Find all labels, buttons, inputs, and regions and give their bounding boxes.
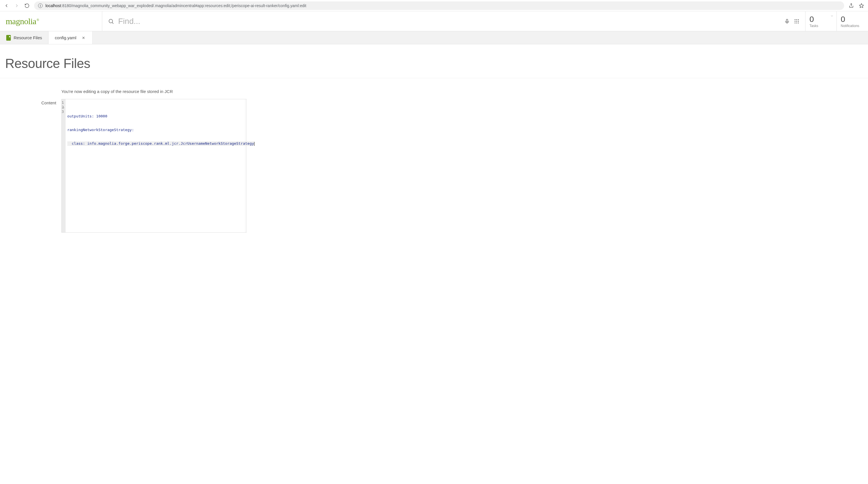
svg-point-6 — [795, 19, 796, 20]
code-line: class: info.magnolia.forge.periscope.ran… — [67, 141, 254, 146]
code-line: outputUnits: 10000 — [67, 114, 254, 119]
share-button[interactable] — [848, 3, 855, 9]
reload-button[interactable] — [24, 3, 30, 9]
back-button[interactable] — [3, 3, 10, 9]
page-title: Resource Files — [0, 45, 868, 78]
file-icon — [6, 35, 11, 41]
svg-point-2 — [109, 19, 113, 23]
svg-marker-1 — [860, 3, 864, 7]
svg-point-12 — [795, 23, 796, 23]
editor-hint: You're now editing a copy of the resourc… — [61, 89, 868, 94]
svg-point-14 — [798, 23, 799, 23]
browser-toolbar: i localhost:8180/magnolia_community_weba… — [0, 0, 868, 11]
code-line: rankingNetworkStorageStrategy: — [67, 128, 254, 132]
search-icon — [108, 18, 114, 25]
content-label: Content — [0, 89, 61, 105]
tab-label: Resource Files — [13, 35, 42, 40]
microphone-icon[interactable] — [784, 19, 790, 24]
svg-point-11 — [798, 21, 799, 22]
gutter-line: 1 — [62, 101, 64, 105]
address-bar[interactable]: i localhost:8180/magnolia_community_weba… — [34, 1, 844, 10]
notifications-count: 0 — [841, 16, 864, 23]
gutter-line: 2▾ — [62, 105, 64, 110]
app-header: magnolia® 0 Tasks 0 Notifications — [0, 11, 868, 31]
tab-resource-files[interactable]: Resource Files — [0, 31, 49, 44]
find-bar — [102, 11, 806, 31]
text-cursor — [254, 142, 254, 146]
find-input[interactable] — [118, 17, 780, 26]
svg-rect-4 — [786, 19, 788, 22]
edit-area: Content You're now editing a copy of the… — [0, 78, 868, 233]
editor-content[interactable]: outputUnits: 10000 rankingNetworkStorage… — [66, 99, 256, 232]
svg-point-13 — [796, 23, 797, 23]
site-info-icon[interactable]: i — [38, 3, 42, 8]
forward-button[interactable] — [13, 3, 20, 9]
svg-point-10 — [796, 21, 797, 22]
notifications-counter[interactable]: 0 Notifications — [837, 11, 868, 31]
tasks-counter[interactable]: 0 Tasks — [806, 11, 837, 31]
apps-grid-icon[interactable] — [794, 19, 800, 24]
tasks-label: Tasks — [809, 24, 833, 28]
tab-label: config.yaml — [55, 35, 76, 40]
close-tab-button[interactable] — [81, 35, 86, 40]
url-text: localhost:8180/magnolia_community_webapp… — [45, 3, 306, 8]
logo[interactable]: magnolia® — [0, 11, 102, 31]
print-margin — [245, 99, 245, 232]
svg-point-9 — [795, 21, 796, 22]
notifications-label: Notifications — [841, 24, 864, 28]
tab-config-yaml[interactable]: config.yaml — [49, 31, 93, 44]
gutter-line: 3 — [62, 110, 64, 114]
chevron-down-icon — [830, 14, 834, 18]
editor-gutter: 1 2▾ 3 — [62, 99, 66, 232]
bookmark-button[interactable] — [858, 3, 865, 9]
svg-point-7 — [796, 19, 797, 20]
code-editor[interactable]: 1 2▾ 3 outputUnits: 10000 rankingNetwork… — [61, 99, 247, 233]
tasks-count: 0 — [809, 16, 833, 23]
tabs-row: Resource Files config.yaml — [0, 31, 868, 45]
svg-line-3 — [112, 23, 113, 24]
svg-point-8 — [798, 19, 799, 20]
